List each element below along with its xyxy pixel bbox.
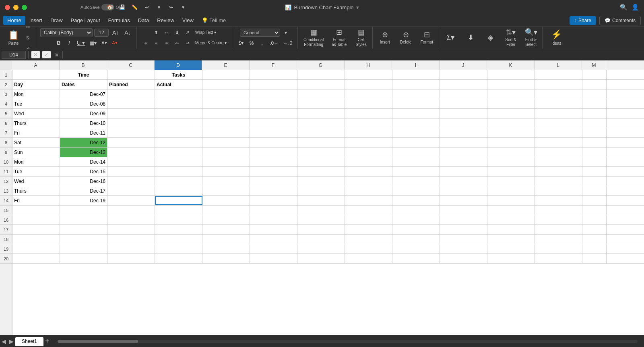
align-top-button[interactable]: ⬆ (151, 28, 161, 37)
cell-l12[interactable] (535, 177, 582, 186)
cell-h12[interactable] (345, 177, 392, 186)
row-header-5[interactable]: 5 (0, 109, 12, 118)
cell-e11[interactable] (202, 167, 250, 176)
col-header-l[interactable]: L (535, 60, 582, 70)
cell-m18[interactable] (582, 235, 607, 244)
decrease-decimal-button[interactable]: ←.0 (281, 38, 294, 48)
cell-b17[interactable] (60, 225, 107, 234)
align-left-button[interactable]: ≡ (141, 38, 151, 48)
cell-k4[interactable] (487, 99, 535, 108)
cell-b11[interactable]: Dec-15 (60, 167, 107, 176)
cell-k2[interactable] (487, 80, 535, 89)
cell-f16[interactable] (250, 215, 297, 224)
cell-j10[interactable] (440, 157, 487, 166)
cell-a4[interactable]: Tue (12, 99, 60, 108)
cell-e19[interactable] (202, 244, 250, 253)
undo-button[interactable]: ↩ (142, 2, 152, 12)
cell-c10[interactable] (107, 157, 155, 166)
underline-button[interactable]: U ▾ (75, 38, 87, 48)
cell-a17[interactable] (12, 225, 60, 234)
comments-button[interactable]: 💬 Comments (599, 16, 641, 25)
cell-m13[interactable] (582, 186, 607, 195)
menu-item-view[interactable]: View (178, 16, 198, 25)
cell-b9[interactable]: Dec-13 (60, 148, 107, 157)
cell-i13[interactable] (392, 186, 440, 195)
cell-f15[interactable] (250, 206, 297, 215)
cell-k16[interactable] (487, 215, 535, 224)
row-header-7[interactable]: 7 (0, 128, 12, 138)
cell-g18[interactable] (297, 235, 345, 244)
cell-d5[interactable] (155, 109, 202, 118)
cell-m19[interactable] (582, 244, 607, 253)
cell-j12[interactable] (440, 177, 487, 186)
cell-m15[interactable] (582, 206, 607, 215)
cell-f9[interactable] (250, 148, 297, 157)
cell-m1[interactable] (582, 70, 607, 79)
cell-h5[interactable] (345, 109, 392, 118)
cell-e5[interactable] (202, 109, 250, 118)
cell-k10[interactable] (487, 157, 535, 166)
cell-m8[interactable] (582, 138, 607, 147)
cell-c2[interactable]: Planned (107, 80, 155, 89)
next-sheet-button[interactable]: ▶ (8, 337, 15, 345)
comma-button[interactable]: , (257, 38, 267, 48)
cell-d7[interactable] (155, 128, 202, 137)
cell-i20[interactable] (392, 254, 440, 263)
cell-c15[interactable] (107, 206, 155, 215)
cell-k17[interactable] (487, 225, 535, 234)
cell-h19[interactable] (345, 244, 392, 253)
cell-h9[interactable] (345, 148, 392, 157)
row-header-18[interactable]: 18 (0, 235, 12, 244)
cell-j6[interactable] (440, 118, 487, 128)
cell-l2[interactable] (535, 80, 582, 89)
format-button[interactable]: ⊟ Format (417, 28, 436, 48)
menu-item-tell-me[interactable]: 💡 Tell me (198, 16, 230, 25)
cell-j2[interactable] (440, 80, 487, 89)
cell-i9[interactable] (392, 148, 440, 157)
cell-g11[interactable] (297, 167, 345, 176)
align-center-button[interactable]: ≡ (151, 38, 161, 48)
col-header-d[interactable]: D (155, 60, 202, 70)
cell-d14[interactable] (155, 196, 202, 205)
menu-item-review[interactable]: Review (153, 16, 178, 25)
cell-i15[interactable] (392, 206, 440, 215)
paste-button[interactable]: 📋 Paste (6, 28, 21, 48)
find-select-button[interactable]: 🔍▾ Find &Select (521, 28, 541, 48)
cell-j18[interactable] (440, 235, 487, 244)
cell-i14[interactable] (392, 196, 440, 205)
col-header-h[interactable]: H (345, 60, 392, 70)
cell-g14[interactable] (297, 196, 345, 205)
cell-a19[interactable] (12, 244, 60, 253)
cell-j1[interactable] (440, 70, 487, 79)
insert-button[interactable]: ⊕ Insert (375, 28, 394, 48)
align-right-button[interactable]: ≡ (162, 38, 171, 48)
share-button[interactable]: ↑ Share (570, 16, 596, 25)
cell-f3[interactable] (250, 89, 297, 99)
cell-c6[interactable] (107, 118, 155, 128)
cell-k9[interactable] (487, 148, 535, 157)
cell-b5[interactable]: Dec-09 (60, 109, 107, 118)
cell-a3[interactable]: Mon (12, 89, 60, 99)
cell-j16[interactable] (440, 215, 487, 224)
cell-e18[interactable] (202, 235, 250, 244)
cell-b8[interactable]: Dec-12 (60, 138, 107, 147)
cell-d1[interactable]: Tasks (155, 70, 202, 79)
cell-h3[interactable] (345, 89, 392, 99)
cell-h7[interactable] (345, 128, 392, 137)
row-header-8[interactable]: 8 (0, 138, 12, 148)
col-header-b[interactable]: B (60, 60, 107, 70)
cell-j11[interactable] (440, 167, 487, 176)
cell-b19[interactable] (60, 244, 107, 253)
cell-a5[interactable]: Wed (12, 109, 60, 118)
menu-item-formulas[interactable]: Formulas (104, 16, 134, 25)
cell-e1[interactable] (202, 70, 250, 79)
format-as-table-button[interactable]: ⊞ Formatas Table (328, 28, 350, 48)
cell-d13[interactable] (155, 186, 202, 195)
cell-g7[interactable] (297, 128, 345, 137)
cell-l3[interactable] (535, 89, 582, 99)
row-header-13[interactable]: 13 (0, 186, 12, 196)
cell-k6[interactable] (487, 118, 535, 128)
fill-color-button[interactable]: A▾ (99, 38, 109, 48)
cell-i10[interactable] (392, 157, 440, 166)
cell-i7[interactable] (392, 128, 440, 137)
